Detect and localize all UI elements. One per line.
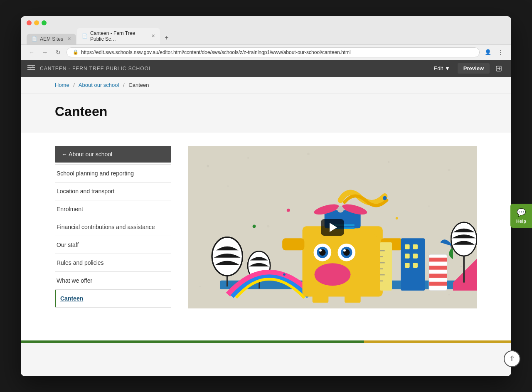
traffic-lights [27, 20, 47, 25]
title-bar [21, 16, 511, 25]
aem-share-icon[interactable] [493, 63, 505, 74]
profile-icon[interactable]: 👤 [483, 47, 493, 57]
svg-rect-56 [429, 258, 447, 262]
aem-page-title: CANTEEN - FERN TREE PUBLIC SCHOOL [40, 66, 152, 71]
maximize-button[interactable] [42, 20, 47, 25]
sidebar-link-what-we-offer[interactable]: What we offer [55, 272, 171, 289]
svg-rect-1 [27, 67, 35, 68]
svg-rect-47 [345, 295, 361, 303]
sidebar-item-location-transport: Location and transport [55, 182, 171, 200]
svg-point-8 [207, 165, 209, 167]
tab-icon: 📄 [32, 36, 37, 42]
browser-chrome: 📄 AEM Sites ✕ 📄 Canteen - Fern Tree Publ… [21, 16, 511, 60]
svg-rect-53 [405, 263, 410, 268]
security-icon: 🔒 [73, 49, 79, 55]
sidebar-link-financial[interactable]: Financial contributions and assistance [55, 218, 171, 236]
svg-point-19 [448, 294, 450, 296]
svg-rect-52 [413, 254, 418, 259]
svg-rect-67 [380, 274, 385, 275]
svg-rect-63 [380, 250, 385, 251]
tabs-bar: 📄 AEM Sites ✕ 📄 Canteen - Fern Tree Publ… [21, 28, 511, 44]
svg-point-17 [199, 286, 201, 287]
sidebar-item-financial: Financial contributions and assistance [55, 218, 171, 236]
sidebar-link-location-transport[interactable]: Location and transport [55, 182, 171, 200]
help-button[interactable]: 💬 Help [510, 204, 532, 228]
reload-button[interactable]: ↻ [53, 47, 63, 57]
svg-point-12 [448, 169, 450, 171]
breadcrumb-about[interactable]: About our school [79, 82, 119, 88]
new-tab-button[interactable]: + [161, 32, 172, 44]
svg-rect-68 [380, 281, 383, 281]
svg-rect-54 [413, 263, 418, 268]
tab-close-aem-sites[interactable]: ✕ [67, 36, 71, 42]
video-play-button[interactable] [321, 219, 344, 236]
sidebar-item-rules-policies: Rules and policies [55, 254, 171, 272]
svg-point-14 [428, 205, 430, 207]
tab-canteen[interactable]: 📄 Canteen - Fern Tree Public Sc… ✕ [77, 28, 160, 44]
svg-rect-59 [429, 282, 447, 286]
svg-point-79 [253, 224, 256, 228]
minimize-button[interactable] [34, 20, 39, 25]
sidebar-item-canteen: Canteen [55, 290, 171, 308]
svg-point-78 [396, 217, 398, 219]
svg-point-3 [28, 65, 30, 66]
page-footer [21, 340, 511, 343]
sidebar-link-canteen[interactable]: Canteen [55, 290, 171, 307]
sidebar-link-our-staff[interactable]: Our staff [55, 236, 171, 254]
back-button[interactable]: ← [27, 47, 37, 57]
breadcrumb-sep-1: / [73, 82, 75, 88]
breadcrumb-home[interactable]: Home [55, 82, 69, 88]
play-triangle-icon [330, 223, 337, 232]
svg-rect-51 [405, 254, 410, 259]
svg-rect-57 [429, 266, 447, 270]
svg-rect-62 [380, 242, 392, 291]
aem-edit-button[interactable]: Edit ▼ [430, 64, 454, 73]
browser-actions: 👤 ⋮ [483, 47, 505, 57]
aem-toolbar-right: Edit ▼ Preview [430, 63, 505, 74]
chevron-down-icon: ▼ [445, 65, 450, 71]
url-bar[interactable]: 🔒 https://edit.sws.schools.nsw.gov.au/ed… [66, 47, 480, 57]
sidebar-item-what-we-offer: What we offer [55, 272, 171, 290]
address-bar: ← → ↻ 🔒 https://edit.sws.schools.nsw.gov… [21, 44, 511, 60]
url-text: https://edit.sws.schools.nsw.gov.au/edit… [81, 49, 351, 55]
sidebar-parent-link[interactable]: ← About our school [55, 146, 171, 163]
aem-toolbar: CANTEEN - FERN TREE PUBLIC SCHOOL Edit ▼… [21, 60, 511, 77]
sidebar-link-school-planning[interactable]: School planning and reporting [55, 165, 171, 182]
aem-toolbar-left: CANTEEN - FERN TREE PUBLIC SCHOOL [27, 65, 152, 72]
page-title: Canteen [55, 104, 477, 119]
svg-rect-44 [282, 238, 304, 250]
svg-rect-46 [313, 295, 329, 303]
main-content [188, 146, 477, 316]
aem-preview-button[interactable]: Preview [458, 63, 490, 74]
tab-label-canteen: Canteen - Fern Tree Public Sc… [90, 30, 147, 42]
page-body: ← About our school School planning and r… [21, 133, 511, 340]
sidebar-link-rules-policies[interactable]: Rules and policies [55, 254, 171, 271]
svg-point-11 [388, 161, 389, 163]
breadcrumb-sep-2: / [123, 82, 125, 88]
sidebar-link-enrolment[interactable]: Enrolment [55, 200, 171, 218]
svg-rect-58 [429, 274, 447, 278]
help-icon: 💬 [517, 208, 526, 217]
breadcrumb: Home / About our school / Canteen [21, 77, 511, 94]
svg-point-13 [227, 185, 229, 187]
sidebar-item-enrolment: Enrolment [55, 200, 171, 218]
video-container[interactable] [188, 146, 477, 309]
breadcrumb-current: Canteen [128, 82, 149, 88]
forward-button[interactable]: → [40, 47, 50, 57]
svg-rect-65 [380, 262, 385, 263]
tab-aem-sites[interactable]: 📄 AEM Sites ✕ [27, 34, 76, 44]
close-button[interactable] [27, 20, 32, 25]
more-options-icon[interactable]: ⋮ [495, 47, 505, 57]
aem-filter-icon[interactable] [27, 65, 35, 72]
sidebar-item-school-planning: School planning and reporting [55, 165, 171, 182]
help-label: Help [516, 219, 526, 224]
svg-rect-50 [413, 244, 418, 249]
svg-point-77 [383, 196, 387, 200]
tab-close-canteen[interactable]: ✕ [151, 33, 155, 39]
svg-point-80 [283, 273, 286, 276]
svg-point-43 [337, 206, 344, 212]
sidebar-item-our-staff: Our staff [55, 236, 171, 254]
svg-point-4 [32, 67, 34, 68]
svg-rect-64 [380, 256, 383, 257]
svg-point-16 [460, 266, 462, 267]
